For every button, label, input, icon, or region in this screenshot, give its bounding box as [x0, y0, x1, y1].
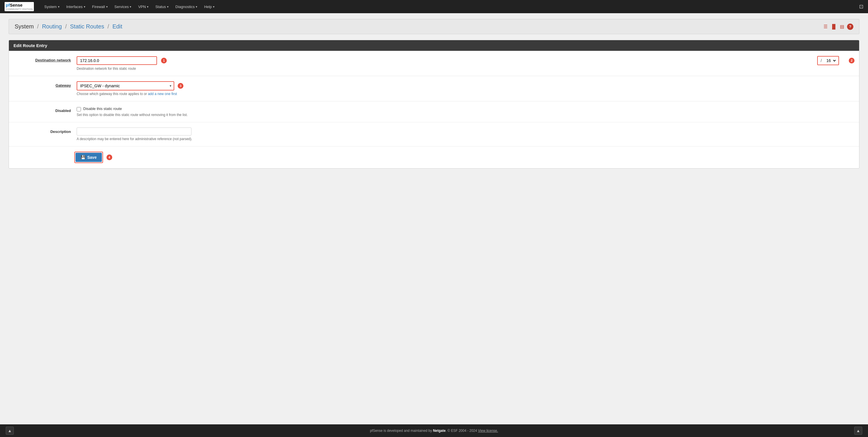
footer-text-after: . © ESF 2004 - 2024 — [445, 429, 478, 433]
disabled-hint: Set this option to disable this static r… — [76, 113, 855, 117]
breadcrumb-static-routes[interactable]: Static Routes — [70, 23, 104, 30]
breadcrumb-sep-2: / — [65, 23, 68, 30]
description-label: Description — [50, 129, 71, 134]
gateway-select-wrap: IPSEC_GW - dynamic ▾ — [76, 81, 174, 90]
sliders-icon[interactable]: ☰ — [824, 24, 828, 29]
breadcrumb-sep-3: / — [107, 23, 111, 30]
chevron-down-icon: ▾ — [213, 5, 214, 8]
save-icon: 💾 — [81, 155, 86, 160]
chevron-down-icon: ▾ — [167, 5, 168, 8]
panel-body: Destination network 1 / 16 012 345 — [9, 51, 859, 168]
chevron-down-icon: ▾ — [196, 5, 197, 8]
scroll-up-button-right[interactable]: ▲ — [854, 427, 862, 435]
nav-system[interactable]: System ▾ — [41, 3, 62, 10]
chevron-down-icon: ▾ — [58, 5, 59, 8]
chevron-down-icon: ▾ — [147, 5, 148, 8]
nav-help[interactable]: Help ▾ — [201, 3, 217, 10]
step-badge-3: 3 — [178, 83, 183, 89]
save-button-label: Save — [87, 155, 97, 160]
navbar-right-icon[interactable]: ⊡ — [859, 3, 863, 10]
destination-network-row: Destination network 1 / 16 012 345 — [9, 51, 859, 76]
logo-box: pfSense COMMUNITY EDITION — [5, 2, 34, 11]
breadcrumb: System / Routing / Static Routes / Edit — [14, 23, 122, 30]
dest-network-input-row: 1 / 16 012 345 678 91011 121314 1 — [76, 56, 855, 65]
breadcrumb-system: System — [14, 23, 34, 30]
nav-services[interactable]: Services ▾ — [112, 3, 134, 10]
table-icon[interactable]: ▤ — [840, 24, 844, 29]
disabled-label: Disabled — [55, 108, 71, 113]
mask-group: / 16 012 345 678 91011 121314 151718 192… — [817, 56, 839, 65]
nav-interfaces[interactable]: Interfaces ▾ — [63, 3, 88, 10]
breadcrumb-routing[interactable]: Routing — [42, 23, 62, 30]
chevron-down-icon: ▾ — [106, 5, 107, 8]
breadcrumb-bar: System / Routing / Static Routes / Edit … — [9, 19, 859, 34]
slash-separator: / — [819, 58, 823, 63]
destination-network-label: Destination network — [35, 58, 71, 62]
logo-sub: COMMUNITY EDITION — [6, 8, 33, 11]
description-label-col: Description — [13, 127, 71, 134]
disabled-control: Disable this static route Set this optio… — [76, 106, 855, 117]
gateway-row: Gateway IPSEC_GW - dynamic ▾ 3 Choose w — [9, 76, 859, 101]
nav-vpn[interactable]: VPN ▾ — [135, 3, 151, 10]
disabled-checkbox-label: Disable this static route — [83, 106, 122, 111]
destination-hint: Destination network for this static rout… — [76, 67, 855, 71]
destination-ip-input[interactable] — [76, 56, 157, 65]
description-hint: A description may be entered here for ad… — [76, 137, 855, 141]
save-row: 💾 Save 4 — [9, 147, 859, 168]
destination-network-label-col: Destination network — [13, 56, 71, 62]
logo-pf: pf — [6, 3, 10, 7]
breadcrumb-toolbar-icons: ☰ ▐▌ ▤ ? — [824, 24, 854, 30]
description-input[interactable] — [76, 127, 191, 135]
breadcrumb-edit[interactable]: Edit — [113, 23, 122, 30]
save-button-wrap: 💾 Save — [74, 152, 103, 163]
gateway-hint: Choose which gateway this route applies … — [76, 92, 855, 96]
gateway-control: IPSEC_GW - dynamic ▾ 3 Choose which gate… — [76, 81, 855, 96]
footer: ▲ pfSense is developed and maintained by… — [0, 425, 868, 437]
footer-brand: Netgate — [433, 429, 445, 433]
gateway-label-col: Gateway — [13, 81, 71, 88]
destination-network-control: 1 / 16 012 345 678 91011 121314 1 — [76, 56, 855, 71]
view-license-link[interactable]: View license. — [478, 429, 498, 433]
nav-status[interactable]: Status ▾ — [152, 3, 172, 10]
gateway-select[interactable]: IPSEC_GW - dynamic — [77, 82, 174, 90]
footer-text: pfSense is developed and maintained by N… — [14, 429, 854, 433]
chart-icon[interactable]: ▐▌ — [830, 24, 837, 29]
step-badge-4: 4 — [106, 154, 112, 160]
mask-select[interactable]: 16 012 345 678 91011 121314 151718 19202… — [824, 57, 837, 64]
nav-diagnostics[interactable]: Diagnostics ▾ — [173, 3, 200, 10]
footer-text-before: pfSense is developed and maintained by — [370, 429, 433, 433]
save-button[interactable]: 💾 Save — [75, 153, 102, 162]
chevron-down-icon: ▾ — [130, 5, 131, 8]
main-content: System / Routing / Static Routes / Edit … — [0, 13, 868, 425]
step-badge-1: 1 — [161, 58, 167, 63]
chevron-down-icon: ▾ — [84, 5, 85, 8]
disabled-row: Disabled Disable this static route Set t… — [9, 101, 859, 122]
scroll-up-button[interactable]: ▲ — [6, 427, 14, 435]
brand-logo: pfSense COMMUNITY EDITION — [5, 2, 36, 11]
help-circle-icon[interactable]: ? — [847, 24, 854, 30]
disabled-checkbox[interactable] — [76, 107, 81, 112]
gateway-label: Gateway — [56, 83, 71, 88]
disabled-label-col: Disabled — [13, 106, 71, 113]
description-row: Description A description may be entered… — [9, 122, 859, 147]
logo-sense: Sense — [10, 3, 22, 7]
top-navbar: pfSense COMMUNITY EDITION System ▾ Inter… — [0, 0, 868, 13]
nav-firewall[interactable]: Firewall ▾ — [89, 3, 111, 10]
disabled-checkbox-row: Disable this static route — [76, 106, 855, 112]
step-badge-2: 2 — [849, 58, 855, 63]
save-label-spacer — [13, 156, 71, 158]
gateway-hint-text: Choose which gateway this route applies … — [76, 92, 148, 96]
add-new-gateway-link[interactable]: add a new one first — [148, 92, 177, 96]
breadcrumb-sep-1: / — [37, 23, 40, 30]
panel-title: Edit Route Entry — [9, 40, 859, 51]
nav-menu: System ▾ Interfaces ▾ Firewall ▾ Service… — [41, 3, 217, 10]
edit-route-panel: Edit Route Entry Destination network 1 / — [9, 40, 859, 168]
description-control: A description may be entered here for ad… — [76, 127, 855, 141]
